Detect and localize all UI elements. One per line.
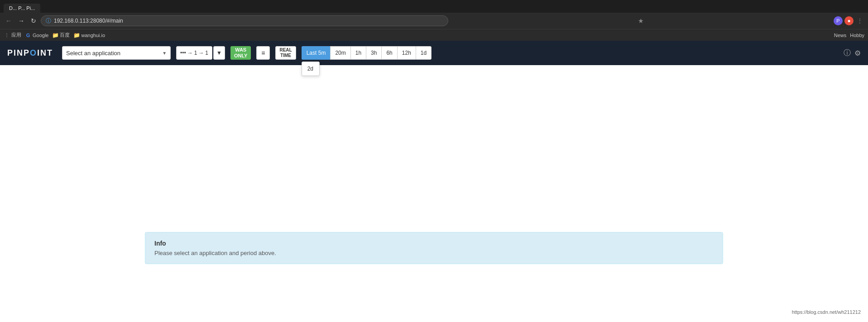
pinpoint-logo: PINPOINT <box>7 48 53 58</box>
app-select-placeholder: Select an application <box>66 50 120 57</box>
time-range-group: Last 5m 20m 1h 3h 6h 12h 1d 2d <box>302 46 432 60</box>
time-btn-3h[interactable]: 3h <box>366 46 381 60</box>
was-only-button[interactable]: WAS ONLY <box>230 46 251 60</box>
settings-icon[interactable]: ⚙ <box>854 49 861 57</box>
browser-chrome: D... P... Pi... ← → ↻ ⓘ 192.168.0.113:28… <box>0 0 868 41</box>
bookmarks-bar: ⋮ 应用 G Google 📁 百度 📁 wanghui.io News Hob… <box>0 29 868 41</box>
time-btn-last5m[interactable]: Last 5m <box>302 46 331 60</box>
browser-toolbar: ← → ↻ ⓘ 192.168.0.113:28080/#/main ★ P ●… <box>0 13 868 29</box>
topology-controls: ••• → 1 → 1 ▼ <box>176 46 225 60</box>
bookmark-more1[interactable]: News <box>834 33 847 38</box>
bookmark-apps[interactable]: ⋮ 应用 <box>4 32 21 38</box>
logo-text-int: INT <box>37 48 53 58</box>
folder-icon2: 📁 <box>73 32 80 38</box>
list-icon: ≡ <box>261 49 265 57</box>
extension-icon2[interactable]: ⋮ <box>855 16 864 25</box>
info-panel: Info Please select an application and pe… <box>145 232 723 264</box>
topology-num1: 1 <box>194 50 197 56</box>
topology-arrow1-icon: → <box>187 50 193 56</box>
info-panel-text: Please select an application and period … <box>154 250 714 256</box>
info-panel-title: Info <box>154 240 714 247</box>
secure-icon: ⓘ <box>46 17 51 25</box>
topology-dots-icon: ••• <box>180 50 186 56</box>
extension-icon1[interactable]: ● <box>844 16 854 25</box>
reload-button[interactable]: ↻ <box>29 16 38 25</box>
apps-grid-icon: ⋮ <box>4 32 10 38</box>
browser-toolbar-icons: P ● ⋮ <box>834 16 864 25</box>
bookmark-more2[interactable]: Hobby <box>850 33 864 38</box>
active-tab[interactable]: D... P... Pi... <box>4 4 40 13</box>
logo-text-pinp: PINP <box>7 48 30 58</box>
topology-arrow2-icon: → <box>198 50 204 56</box>
time-btn-20m[interactable]: 20m <box>330 46 350 60</box>
list-view-button[interactable]: ≡ <box>256 46 270 60</box>
dropdown-arrow-icon: ▼ <box>162 51 167 56</box>
topology-depth-button[interactable]: ••• → 1 → 1 <box>176 46 212 60</box>
header-right: ⓘ ⚙ <box>844 48 861 58</box>
time-btn-6h[interactable]: 6h <box>381 46 397 60</box>
bookmark-star-icon[interactable]: ★ <box>638 17 644 24</box>
time-popup: 2d <box>302 62 320 76</box>
logo-dot: O <box>30 48 37 58</box>
topology-dropdown-button[interactable]: ▼ <box>213 46 225 60</box>
url-text: 192.168.0.113:28080/#/main <box>54 18 123 24</box>
profile-icon[interactable]: P <box>834 16 843 25</box>
folder-icon: 📁 <box>52 32 58 38</box>
main-content: Info Please select an application and pe… <box>0 65 868 291</box>
app-selector: Select an application ▼ <box>62 46 171 60</box>
google-icon: G <box>25 32 31 38</box>
app-header: PINPOINT Select an application ▼ ••• → 1… <box>0 41 868 65</box>
realtime-button[interactable]: REAL TIME <box>275 46 296 60</box>
bookmark-google[interactable]: G Google <box>25 32 48 38</box>
bookmark-baidu[interactable]: 📁 百度 <box>52 32 70 38</box>
time-btn-1h[interactable]: 1h <box>350 46 366 60</box>
app-select-dropdown[interactable]: Select an application ▼ <box>62 46 171 60</box>
page-footer: https://blog.csdn.net/wh211212 <box>0 291 868 318</box>
dropdown-arrow2-icon: ▼ <box>216 50 222 56</box>
back-button[interactable]: ← <box>4 16 14 25</box>
browser-tabs: D... P... Pi... <box>0 0 868 13</box>
footer-url: https://blog.csdn.net/wh211212 <box>792 309 861 315</box>
address-bar[interactable]: ⓘ 192.168.0.113:28080/#/main <box>41 15 448 26</box>
topology-num2: 1 <box>205 50 208 56</box>
forward-button[interactable]: → <box>16 16 26 25</box>
bookmark-wanghui[interactable]: 📁 wanghui.io <box>73 32 105 38</box>
help-icon[interactable]: ⓘ <box>844 48 851 58</box>
time-btn-12h[interactable]: 12h <box>397 46 416 60</box>
time-popup-2d[interactable]: 2d <box>302 64 319 74</box>
time-btn-1d[interactable]: 1d <box>416 46 432 60</box>
